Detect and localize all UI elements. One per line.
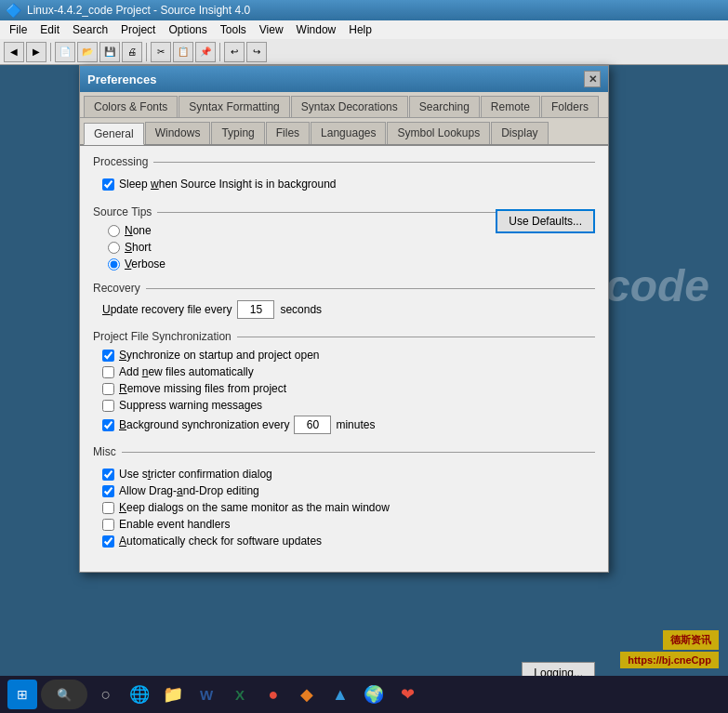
stricter-confirmation-row: Use stricter confirmation dialog <box>102 468 390 481</box>
add-new-files-label: Add new files automatically <box>119 365 254 378</box>
misc-section: Misc Use stricter confirmation dialog Al… <box>93 445 595 551</box>
main-menubar: File Edit Search Project Options Tools V… <box>0 20 728 39</box>
add-new-files-row: Add new files automatically <box>102 365 595 378</box>
menu-tools[interactable]: Tools <box>215 21 252 38</box>
drag-drop-checkbox[interactable] <box>102 485 114 497</box>
remove-missing-row: Remove missing files from project <box>102 382 595 395</box>
event-handlers-row: Enable event handlers <box>102 518 390 531</box>
taskbar-app1[interactable]: ● <box>258 680 288 709</box>
dialog-titlebar: Preferences ✕ <box>80 66 608 92</box>
radio-short-label: Short <box>125 241 152 254</box>
toolbar-paste[interactable]: 📌 <box>195 42 216 62</box>
tab-folders[interactable]: Folders <box>541 96 599 117</box>
tab-display[interactable]: Display <box>491 122 548 144</box>
tabs-row1: Colors & Fonts Syntax Formatting Syntax … <box>80 92 608 118</box>
dialog-title: Preferences <box>87 73 156 86</box>
menu-search[interactable]: Search <box>67 21 113 38</box>
use-defaults-button[interactable]: Use Defaults... <box>496 209 595 233</box>
menu-file[interactable]: File <box>4 21 33 38</box>
start-button[interactable]: ⊞ <box>7 680 37 709</box>
menu-edit[interactable]: Edit <box>34 21 65 38</box>
suppress-warnings-label: Suppress warning messages <box>119 399 262 412</box>
misc-header: Misc <box>93 445 595 458</box>
radio-verbose-row: Verbose <box>108 257 595 271</box>
sync-startup-label: Synchronize on startup and project open <box>119 349 319 362</box>
tab-remote[interactable]: Remote <box>481 96 540 117</box>
taskbar-app4[interactable]: ❤ <box>392 680 422 709</box>
toolbar-copy[interactable]: 📋 <box>173 42 193 62</box>
toolbar-undo[interactable]: ↩ <box>224 42 245 62</box>
stricter-confirmation-checkbox[interactable] <box>102 469 114 481</box>
taskbar-word[interactable]: W <box>192 680 221 709</box>
tab-files[interactable]: Files <box>266 122 310 144</box>
keep-dialogs-checkbox[interactable] <box>102 502 114 514</box>
toolbar-cut[interactable]: ✂ <box>151 42 171 62</box>
processing-section: Processing Sleep when Source Insight is … <box>93 155 595 194</box>
tab-typing[interactable]: Typing <box>211 122 264 144</box>
tab-searching[interactable]: Searching <box>409 96 480 117</box>
drag-drop-row: Allow Drag-and-Drop editing <box>102 484 390 497</box>
remove-missing-label: Remove missing files from project <box>119 382 286 395</box>
sleep-checkbox[interactable] <box>102 178 114 191</box>
recovery-interval-input[interactable] <box>237 300 274 319</box>
sleep-label: Sleep when Source Insight is in backgrou… <box>119 178 337 191</box>
tab-windows[interactable]: Windows <box>145 122 211 144</box>
radio-verbose[interactable] <box>108 258 120 271</box>
close-button[interactable]: ✕ <box>584 71 601 87</box>
suppress-warnings-checkbox[interactable] <box>102 400 114 412</box>
add-new-files-checkbox[interactable] <box>102 366 114 378</box>
background-sync-label: Background synchronization every <box>119 418 289 431</box>
recovery-update-label: Update recovery file every <box>102 303 232 316</box>
toolbar-back[interactable]: ◀ <box>4 42 24 62</box>
recovery-header: Recovery <box>93 282 595 295</box>
tab-syntax-formatting[interactable]: Syntax Formatting <box>179 96 289 117</box>
taskbar-app2[interactable]: ◆ <box>292 680 322 709</box>
tab-languages[interactable]: Languages <box>311 122 386 144</box>
taskbar-app3[interactable]: ▲ <box>325 680 355 709</box>
keep-dialogs-label: Keep dialogs on the same monitor as the … <box>119 501 390 514</box>
watermark-text: https://bj.cneCpp <box>620 652 719 668</box>
remove-missing-checkbox[interactable] <box>102 383 114 395</box>
toolbar-print[interactable]: 🖨 <box>122 42 142 62</box>
toolbar-open[interactable]: 📂 <box>77 42 98 62</box>
toolbar-save[interactable]: 💾 <box>99 42 120 62</box>
project-file-sync-header: Project File Synchronization <box>93 330 595 343</box>
taskbar-cortana[interactable]: ○ <box>91 680 121 709</box>
preferences-dialog: Preferences ✕ Colors & Fonts Syntax Form… <box>79 65 609 573</box>
radio-short-row: Short <box>108 241 595 254</box>
toolbar-forward[interactable]: ▶ <box>26 42 46 62</box>
taskbar-chrome[interactable]: 🌍 <box>359 680 389 709</box>
toolbar-redo[interactable]: ↪ <box>246 42 267 62</box>
dialog-content: Processing Sleep when Source Insight is … <box>80 146 608 572</box>
tab-syntax-decorations[interactable]: Syntax Decorations <box>291 96 408 117</box>
suppress-warnings-row: Suppress warning messages <box>102 399 595 412</box>
sync-startup-row: Synchronize on startup and project open <box>102 349 595 362</box>
radio-none[interactable] <box>108 225 120 237</box>
stricter-confirmation-label: Use stricter confirmation dialog <box>119 468 272 481</box>
recovery-section: Recovery Update recovery file every seco… <box>93 282 595 319</box>
background-sync-checkbox[interactable] <box>102 419 114 431</box>
taskbar-excel[interactable]: X <box>225 680 255 709</box>
tab-symbol-lookups[interactable]: Symbol Lookups <box>387 122 490 144</box>
taskbar-search[interactable]: 🔍 <box>41 680 87 709</box>
processing-header: Processing <box>93 155 595 168</box>
menu-window[interactable]: Window <box>291 21 342 38</box>
main-title: Linux-4.4.2_code Project - Source Insigh… <box>27 4 250 17</box>
menu-options[interactable]: Options <box>163 21 212 38</box>
menu-help[interactable]: Help <box>343 21 377 38</box>
background-sync-input[interactable] <box>294 416 331 434</box>
auto-check-updates-checkbox[interactable] <box>102 535 114 548</box>
event-handlers-checkbox[interactable] <box>102 519 114 531</box>
menu-project[interactable]: Project <box>115 21 161 38</box>
event-handlers-label: Enable event handlers <box>119 518 230 531</box>
keep-dialogs-row: Keep dialogs on the same monitor as the … <box>102 501 390 514</box>
tab-colors-fonts[interactable]: Colors & Fonts <box>84 96 178 117</box>
toolbar-new[interactable]: 📄 <box>55 42 75 62</box>
sync-startup-checkbox[interactable] <box>102 350 114 362</box>
menu-view[interactable]: View <box>254 21 289 38</box>
tab-general[interactable]: General <box>84 123 144 145</box>
radio-short[interactable] <box>108 242 120 254</box>
taskbar-ie[interactable]: 🌐 <box>125 680 154 709</box>
drag-drop-label: Allow Drag-and-Drop editing <box>119 484 259 497</box>
taskbar-folder[interactable]: 📁 <box>158 680 188 709</box>
